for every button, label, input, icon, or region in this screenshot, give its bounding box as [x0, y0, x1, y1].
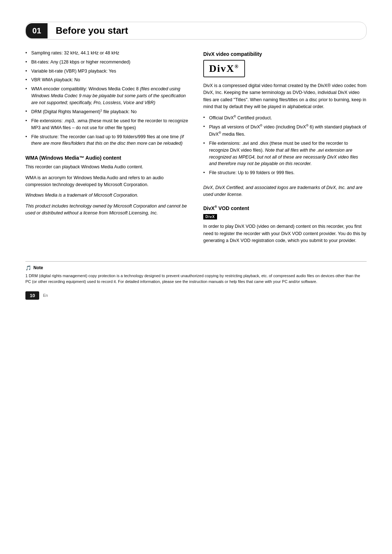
page-language: En [43, 293, 48, 297]
list-item: Sampling rates: 32 kHz, 44.1 kHz or 48 k… [25, 50, 189, 57]
list-item: WMA encoder compatibility: Windows Media… [25, 86, 189, 106]
mp3-wma-bullets: Sampling rates: 32 kHz, 44.1 kHz or 48 k… [25, 50, 189, 147]
wma-paragraphs: This recorder can playback Windows Media… [25, 164, 189, 217]
list-item: Plays all versions of DivX® video (inclu… [203, 123, 367, 138]
chapter-number: 01 [26, 23, 48, 38]
list-item: DRM (Digital Rights Management)1 file pl… [25, 108, 189, 115]
content-wrapper: Sampling rates: 32 kHz, 44.1 kHz or 48 k… [25, 50, 367, 248]
chapter-title: Before you start [48, 22, 366, 39]
left-column: Sampling rates: 32 kHz, 44.1 kHz or 48 k… [25, 50, 189, 248]
note-section: 🎵 Note 1 DRM (digital rights management)… [25, 261, 367, 285]
divx-compat-footer: DivX, DivX Certified, and associated log… [203, 184, 367, 198]
divx-vod-heading: DivX® VOD content [203, 205, 367, 211]
page-footer: 10 En [25, 291, 367, 300]
note-label: Note [33, 265, 43, 270]
divx-compat-heading: DivX video compatibility [203, 51, 367, 57]
chapter-header: 01 Before you start [25, 22, 367, 40]
note-header-row: 🎵 Note [25, 265, 367, 271]
right-column: DivX video compatibility DivX® DivX is a… [203, 50, 367, 248]
divx-reg-symbol: ® [234, 64, 239, 69]
divx-vod-body: In order to play DivX VOD (video on dema… [203, 223, 367, 244]
list-item: Variable bit-rate (VBR) MP3 playback: Ye… [25, 68, 189, 75]
divx-compat-body: DivX is a compressed digital video forma… [203, 82, 367, 111]
list-item: Official DivX® Certified product. [203, 114, 367, 122]
wma-paragraph: WMA is an acronym for Windows Media Audi… [25, 175, 189, 189]
list-item: File structure: The recorder can load up… [25, 134, 189, 147]
list-item: File extensions: .mp3, .wma (these must … [25, 118, 189, 131]
list-item: Bit-rates: Any (128 kbps or higher recom… [25, 59, 189, 66]
note-text: 1 DRM (digital rights management) copy p… [25, 273, 367, 285]
page-number: 10 [25, 291, 39, 300]
wma-section-heading: WMA (Windows Media™ Audio) content [25, 155, 189, 161]
wma-paragraph: This product includes technology owned b… [25, 203, 189, 217]
list-item: File structure: Up to 99 folders or 999 … [203, 169, 367, 176]
list-item: File extensions: .avi and .divx (these m… [203, 140, 367, 167]
divx-vod-logo: DivX [203, 214, 217, 219]
divx-logo: DivX® [209, 63, 239, 74]
note-icon: 🎵 [25, 265, 31, 271]
wma-paragraph: Windows Media is a trademark of Microsof… [25, 192, 189, 199]
divx-logo-box: DivX® [203, 60, 245, 77]
list-item: VBR WMA playback: No [25, 77, 189, 83]
divx-compat-bullets: Official DivX® Certified product.Plays a… [203, 114, 367, 176]
wma-paragraph: This recorder can playback Windows Media… [25, 164, 189, 171]
